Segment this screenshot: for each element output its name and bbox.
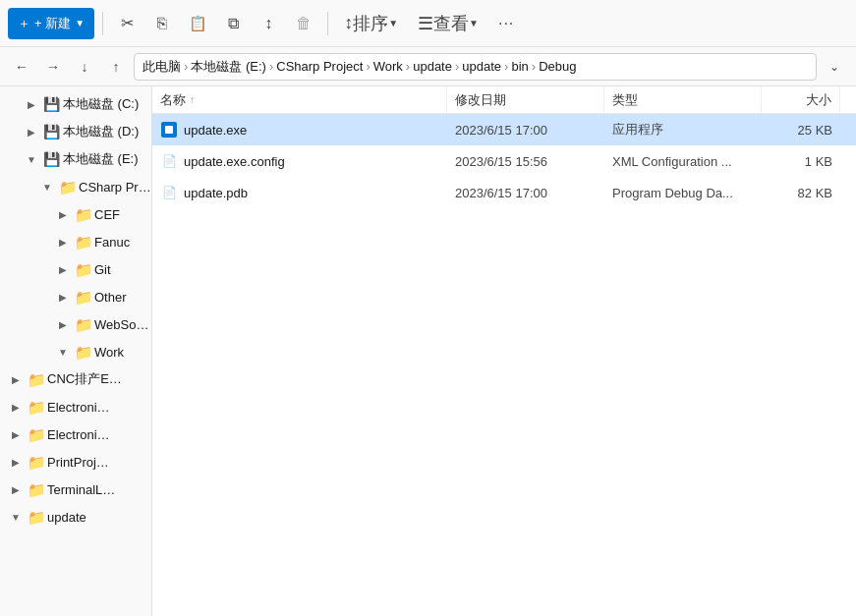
file-icon-update-exe [160, 121, 178, 139]
file-row-update-pdb[interactable]: 📄 update.pdb 2023/6/15 17:00 Program Deb… [152, 177, 856, 208]
file-type-update-exe-config: XML Configuration ... [604, 145, 762, 177]
expand-other [55, 289, 71, 305]
folder-update-icon: 📁 [28, 509, 43, 525]
sidebar-item-local-e[interactable]: 💾 本地磁盘 (E:) [0, 145, 151, 173]
sidebar-item-other[interactable]: 📁 Other [0, 283, 151, 310]
sidebar-item-cnc[interactable]: 📁 CNC排产E… [0, 365, 151, 393]
expand-cnc [8, 371, 24, 387]
sort-label: 排序 [353, 12, 388, 35]
cut-button[interactable]: ✂ [111, 8, 143, 39]
sidebar-label-terminall: TerminalL… [47, 482, 115, 497]
sidebar-item-update[interactable]: 📁 update [0, 503, 151, 531]
sidebar-item-electronic2[interactable]: 📁 Electroni… [0, 420, 151, 448]
col-header-type[interactable]: 类型 [604, 86, 762, 113]
file-type-update-pdb: Program Debug Da... [604, 177, 762, 208]
sep6: › [504, 59, 508, 74]
copy-icon: ⎘ [157, 15, 167, 32]
delete-button[interactable]: 🗑 [288, 8, 319, 39]
sidebar-item-cef[interactable]: 📁 CEF [0, 200, 151, 228]
file-row-update-exe[interactable]: update.exe 2023/6/15 17:00 应用程序 25 KB [152, 114, 856, 145]
new-button[interactable]: ＋ + 新建 ▼ [8, 8, 94, 39]
breadcrumb-work[interactable]: Work [373, 59, 403, 74]
sidebar-item-electronic1[interactable]: 📁 Electroni… [0, 393, 151, 420]
expand-git [55, 261, 71, 277]
sort-button[interactable]: ↕ 排序 ▼ [336, 8, 406, 39]
divider1 [102, 12, 103, 35]
expand-work [55, 344, 71, 360]
col-header-date[interactable]: 修改日期 [447, 86, 604, 113]
sidebar-label-cnc: CNC排产E… [47, 370, 122, 388]
sidebar-item-printproj[interactable]: 📁 PrintProj… [0, 448, 151, 476]
sidebar-item-local-d[interactable]: 💾 本地磁盘 (D:) [0, 118, 151, 145]
sidebar-item-terminall[interactable]: 📁 TerminalL… [0, 476, 151, 503]
sidebar-label-fanuc: Fanuc [94, 235, 130, 250]
divider2 [327, 12, 328, 35]
file-size-update-exe-config: 1 KB [762, 145, 840, 177]
folder-printproj-icon: 📁 [28, 454, 43, 470]
sep5: › [455, 59, 459, 74]
folder-other-icon: 📁 [75, 289, 90, 305]
sidebar-item-fanuc[interactable]: 📁 Fanuc [0, 228, 151, 255]
col-size-label: 大小 [806, 91, 831, 109]
expand-electronic2 [8, 426, 24, 442]
folder-cnc-icon: 📁 [28, 371, 43, 387]
folder-fanuc-icon: 📁 [75, 234, 90, 250]
folder-work-icon: 📁 [75, 344, 90, 360]
cut-icon: ✂ [121, 14, 134, 32]
toolbar: ＋ + 新建 ▼ ✂ ⎘ 📋 ⧉ ↕ 🗑 ↕ 排序 ▼ ☰ 查看 ▼ ··· [0, 0, 856, 47]
col-header-name[interactable]: 名称 ↑ [152, 86, 447, 113]
view-button[interactable]: ☰ 查看 ▼ [410, 8, 486, 39]
addressbar-expand-button[interactable]: ⌄ [821, 53, 848, 81]
folder-electronic2-icon: 📁 [28, 426, 43, 442]
folder-websocket-icon: 📁 [75, 316, 90, 332]
breadcrumb-debug[interactable]: Debug [539, 59, 576, 74]
exe-icon [161, 122, 177, 138]
breadcrumb[interactable]: 此电脑 › 本地磁盘 (E:) › CSharp Project › Work … [134, 53, 817, 81]
file-name-text-update-exe: update.exe [184, 123, 247, 138]
sep1: › [184, 59, 188, 74]
back-button[interactable]: ← [8, 53, 35, 81]
drive-d-icon: 💾 [43, 124, 59, 140]
sidebar: 💾 本地磁盘 (C:) 💾 本地磁盘 (D:) 💾 本地磁盘 (E:) 📁 CS… [0, 86, 152, 616]
addressbar: ← → ↓ ↑ 此电脑 › 本地磁盘 (E:) › CSharp Project… [0, 47, 856, 86]
sidebar-item-git[interactable]: 📁 Git [0, 255, 151, 283]
paste-button[interactable]: 📋 [182, 8, 213, 39]
file-size-update-exe: 25 KB [762, 114, 840, 145]
view-label: 查看 [433, 12, 469, 35]
more-button[interactable]: ··· [490, 8, 522, 39]
col-name-label: 名称 [160, 91, 186, 109]
drive-e-icon: 💾 [43, 151, 59, 167]
breadcrumb-update1[interactable]: update [413, 59, 452, 74]
forward-button[interactable]: → [39, 53, 67, 81]
copy2-button[interactable]: ⧉ [217, 8, 249, 39]
new-dropdown-arrow: ▼ [75, 18, 85, 28]
file-date-update-exe-config: 2023/6/15 15:56 [447, 145, 604, 177]
view-icon: ☰ [418, 13, 433, 34]
up-button[interactable]: ↑ [102, 53, 130, 81]
copy-button[interactable]: ⎘ [146, 8, 178, 39]
file-rows: update.exe 2023/6/15 17:00 应用程序 25 KB 📄 … [152, 114, 856, 208]
sidebar-item-csharp[interactable]: 📁 CSharp Proje… [0, 173, 151, 200]
down-button[interactable]: ↓ [71, 53, 98, 81]
drive-c-icon: 💾 [43, 96, 59, 112]
delete-icon: 🗑 [296, 15, 312, 32]
sidebar-item-websocket[interactable]: 📁 WebSocke… [0, 310, 151, 338]
move-button[interactable]: ↕ [253, 8, 284, 39]
breadcrumb-e[interactable]: 本地磁盘 (E:) [191, 58, 266, 76]
breadcrumb-update2[interactable]: update [462, 59, 501, 74]
expand-websocket [55, 316, 71, 332]
filelist-header: 名称 ↑ 修改日期 类型 大小 [152, 86, 856, 114]
breadcrumb-pc[interactable]: 此电脑 [143, 58, 181, 76]
breadcrumb-bin[interactable]: bin [511, 59, 528, 74]
breadcrumb-csharp[interactable]: CSharp Project [276, 59, 363, 74]
file-row-update-exe-config[interactable]: 📄 update.exe.config 2023/6/15 15:56 XML … [152, 145, 856, 177]
sidebar-item-work[interactable]: 📁 Work [0, 338, 151, 365]
file-name-update-pdb: 📄 update.pdb [152, 177, 447, 208]
folder-cef-icon: 📁 [75, 206, 90, 222]
expand-local-c [24, 96, 39, 112]
expand-electronic1 [8, 399, 24, 415]
sep7: › [532, 59, 536, 74]
sidebar-item-local-c[interactable]: 💾 本地磁盘 (C:) [0, 90, 151, 118]
expand-cef [55, 206, 71, 222]
col-header-size[interactable]: 大小 [762, 86, 840, 113]
